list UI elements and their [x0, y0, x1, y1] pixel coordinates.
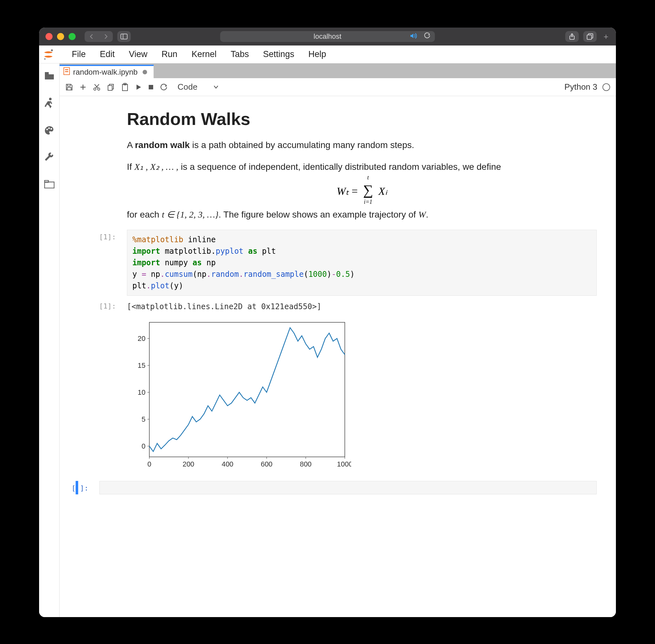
- maximize-window-button[interactable]: [69, 33, 76, 40]
- wrench-icon[interactable]: [44, 153, 54, 164]
- nav-back-forward: [85, 31, 113, 42]
- equation: Wₜ = t∑i=1 Xᵢ: [127, 182, 597, 198]
- new-tab-button[interactable]: +: [601, 32, 611, 41]
- in-prompt-empty: [ ]:: [61, 481, 88, 492]
- close-window-button[interactable]: [45, 33, 52, 40]
- svg-text:5: 5: [142, 415, 145, 423]
- paste-button[interactable]: [121, 83, 129, 91]
- menu-file[interactable]: File: [65, 49, 93, 59]
- left-sidebar: [39, 64, 60, 617]
- svg-text:200: 200: [183, 460, 195, 468]
- svg-text:0: 0: [148, 460, 151, 468]
- tab-label: random-walk.ipynb: [73, 68, 137, 76]
- share-button[interactable]: [565, 31, 579, 42]
- kernel-name[interactable]: Python 3: [564, 82, 597, 92]
- main-area: random-walk.ipynb: [39, 64, 616, 617]
- code-editor-empty[interactable]: [99, 481, 597, 495]
- svg-rect-30: [149, 322, 345, 457]
- menu-kernel[interactable]: Kernel: [185, 49, 224, 59]
- svg-text:1000: 1000: [337, 460, 351, 468]
- code-editor-1[interactable]: %matplotlib inline import matplotlib.pyp…: [127, 230, 597, 296]
- menu-edit[interactable]: Edit: [93, 49, 122, 59]
- output-text-1: [<matplotlib.lines.Line2D at 0x121ead550…: [127, 299, 597, 311]
- nav-forward-button[interactable]: [99, 31, 113, 42]
- svg-rect-13: [45, 180, 48, 182]
- svg-point-8: [49, 98, 51, 100]
- output-cell-1: [1]: [<matplotlib.lines.Line2D at 0x121e…: [127, 299, 597, 471]
- svg-rect-18: [67, 88, 71, 90]
- notebook-body[interactable]: Random Walks A random walk is a path obt…: [60, 96, 616, 617]
- copy-button[interactable]: [107, 83, 115, 91]
- svg-point-21: [94, 88, 96, 90]
- svg-text:400: 400: [222, 460, 233, 468]
- menu-view[interactable]: View: [122, 49, 155, 59]
- out-prompt-1: [1]:: [88, 299, 116, 310]
- add-cell-button[interactable]: [80, 84, 87, 91]
- notebook-title: Random Walks: [127, 109, 597, 129]
- nav-back-button[interactable]: [85, 31, 99, 42]
- svg-text:10: 10: [138, 388, 145, 396]
- svg-text:800: 800: [300, 460, 312, 468]
- svg-rect-16: [65, 71, 68, 72]
- svg-rect-4: [587, 35, 591, 40]
- cut-button[interactable]: [93, 83, 100, 91]
- tab-bar: random-walk.ipynb: [60, 64, 616, 78]
- tabs-icon[interactable]: [44, 180, 54, 190]
- address-bar-text: localhost: [314, 32, 342, 41]
- safari-window: localhost +: [39, 27, 616, 617]
- svg-point-10: [48, 128, 50, 129]
- svg-point-22: [98, 88, 100, 90]
- svg-rect-17: [68, 84, 70, 86]
- svg-text:20: 20: [138, 335, 145, 343]
- stop-button[interactable]: [148, 84, 154, 90]
- minimize-window-button[interactable]: [57, 33, 64, 40]
- code-cell-1[interactable]: [1]: %matplotlib inline import matplotli…: [127, 230, 597, 296]
- unsaved-indicator-icon: [142, 70, 147, 74]
- menu-tabs[interactable]: Tabs: [224, 49, 256, 59]
- menubar: File Edit View Run Kernel Tabs Settings …: [39, 46, 616, 64]
- code-cell-empty[interactable]: [ ]:: [127, 481, 597, 495]
- kernel-status-icon[interactable]: [603, 83, 610, 91]
- tabs-button[interactable]: [583, 31, 597, 42]
- paragraph-2: If X₁ , X₂ , … , is a sequence of indepe…: [127, 160, 597, 174]
- save-button[interactable]: [65, 83, 73, 91]
- menu: File Edit View Run Kernel Tabs Settings …: [65, 49, 333, 59]
- svg-rect-29: [149, 85, 153, 89]
- output-plot: 05101520 02004006008001000: [127, 318, 597, 471]
- svg-rect-0: [121, 34, 127, 39]
- address-bar[interactable]: localhost: [220, 31, 435, 42]
- menu-help[interactable]: Help: [301, 49, 333, 59]
- file-browser-icon[interactable]: [44, 71, 54, 82]
- svg-rect-7: [45, 72, 49, 74]
- svg-text:15: 15: [138, 362, 145, 369]
- paragraph-3: for each t ∈ {1, 2, 3, …}. The figure be…: [127, 208, 597, 222]
- jupyter-logo-icon[interactable]: [40, 46, 57, 63]
- svg-point-5: [51, 49, 53, 51]
- sidebar-toggle-button[interactable]: [117, 31, 131, 42]
- cell-type-label: Code: [178, 82, 197, 92]
- svg-point-11: [50, 128, 52, 130]
- svg-point-9: [46, 129, 48, 131]
- svg-text:0: 0: [142, 442, 145, 450]
- run-button[interactable]: [135, 84, 142, 90]
- window-controls: [45, 33, 76, 40]
- reload-icon[interactable]: [424, 32, 430, 41]
- volume-icon[interactable]: [410, 32, 417, 41]
- browser-right-controls: +: [565, 31, 611, 42]
- notebook-tab[interactable]: random-walk.ipynb: [60, 65, 154, 78]
- menu-settings[interactable]: Settings: [256, 49, 301, 59]
- browser-titlebar: localhost +: [39, 27, 616, 46]
- svg-rect-15: [65, 69, 68, 70]
- svg-rect-12: [45, 182, 54, 188]
- svg-text:600: 600: [261, 460, 273, 468]
- menu-run[interactable]: Run: [155, 49, 185, 59]
- restart-button[interactable]: [160, 84, 167, 91]
- chevron-down-icon: [213, 85, 219, 89]
- cell-type-selector[interactable]: Code: [174, 81, 222, 93]
- palette-icon[interactable]: [44, 125, 54, 137]
- svg-point-6: [44, 58, 46, 60]
- sigma-icon: ∑: [363, 182, 373, 198]
- in-prompt-1: [1]:: [88, 230, 116, 241]
- running-icon[interactable]: [45, 97, 54, 110]
- paragraph-1: A random walk is a path obtained by accu…: [127, 138, 597, 152]
